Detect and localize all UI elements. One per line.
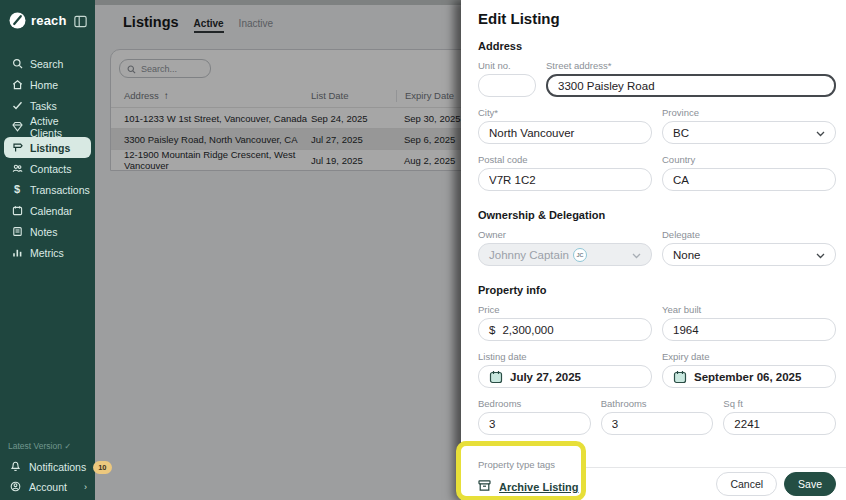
unit-no-input[interactable] — [489, 80, 525, 92]
sign-icon — [11, 142, 23, 154]
postal-code-input[interactable] — [489, 174, 641, 186]
city-field[interactable] — [478, 121, 652, 144]
account-icon — [10, 481, 22, 493]
owner-avatar: JC — [573, 248, 587, 262]
calendar-icon[interactable] — [673, 370, 687, 384]
sidebar: reach Search Home Tasks Active Clients — [0, 0, 95, 500]
bell-icon — [10, 461, 22, 473]
delegate-select[interactable]: None — [662, 243, 836, 266]
account-label: Account — [29, 481, 67, 493]
sidebar-item-label: Metrics — [30, 247, 64, 259]
sidebar-item-label: Active Clients — [30, 115, 89, 139]
home-icon — [11, 79, 23, 91]
province-select[interactable]: BC — [662, 121, 836, 144]
year-built-input[interactable] — [673, 324, 825, 336]
sidebar-item-listings[interactable]: Listings — [4, 137, 91, 158]
delegate-label: Delegate — [662, 229, 836, 240]
sqft-label: Sq ft — [723, 398, 836, 409]
listing-date-label: Listing date — [478, 351, 652, 362]
sidebar-item-home[interactable]: Home — [0, 74, 95, 95]
price-field[interactable]: $ — [478, 318, 652, 341]
city-input[interactable] — [489, 127, 641, 139]
sidebar-item-calendar[interactable]: Calendar — [0, 200, 95, 221]
street-address-input[interactable] — [558, 80, 824, 92]
postal-code-label: Postal code — [478, 154, 652, 165]
app-logo-text: reach — [31, 13, 74, 28]
sidebar-footer: Latest Version ✓ Notifications 10 Accoun… — [0, 441, 95, 497]
owner-label: Owner — [478, 229, 652, 240]
sidebar-item-search[interactable]: Search — [0, 53, 95, 74]
sidebar-item-label: Notes — [30, 226, 57, 238]
calendar-icon — [11, 205, 23, 217]
sidebar-item-label: Listings — [30, 142, 70, 154]
sidebar-item-tasks[interactable]: Tasks — [0, 95, 95, 116]
expiry-date-field[interactable]: September 06, 2025 — [662, 365, 836, 388]
section-heading-ownership: Ownership & Delegation — [478, 209, 836, 221]
gem-icon — [11, 121, 23, 133]
bar-chart-icon — [11, 247, 23, 259]
sidebar-item-label: Tasks — [30, 100, 57, 112]
archive-icon — [478, 478, 491, 496]
drawer-title: Edit Listing — [478, 10, 836, 27]
street-address-label: Street address* — [546, 60, 836, 71]
bedrooms-field[interactable] — [478, 412, 591, 435]
year-built-field[interactable] — [662, 318, 836, 341]
checkmark-icon — [11, 100, 23, 112]
section-heading-property: Property info — [478, 284, 836, 296]
sidebar-collapse-icon[interactable] — [74, 14, 87, 27]
sidebar-item-metrics[interactable]: Metrics — [0, 242, 95, 263]
sidebar-item-label: Transactions — [30, 184, 90, 196]
edit-listing-drawer: Edit Listing Address Unit no. Street add… — [461, 0, 846, 500]
save-button[interactable]: Save — [784, 472, 836, 496]
bedrooms-input[interactable] — [489, 418, 580, 430]
archive-listing-link[interactable]: Archive Listing — [478, 478, 586, 496]
province-label: Province — [662, 107, 836, 118]
dollar-icon: $ — [11, 184, 23, 196]
listing-date-field[interactable]: July 27, 2025 — [478, 365, 652, 388]
bedrooms-label: Bedrooms — [478, 398, 591, 409]
property-type-tags-block: Property type tags Archive Listing — [461, 453, 586, 500]
property-type-tags-label: Property type tags — [478, 459, 586, 470]
sidebar-nav: Search Home Tasks Active Clients Listing… — [0, 53, 95, 263]
notifications-button[interactable]: Notifications 10 — [0, 457, 95, 477]
expiry-date-label: Expiry date — [662, 351, 836, 362]
calendar-icon[interactable] — [489, 370, 503, 384]
currency-symbol: $ — [489, 324, 495, 336]
sidebar-item-label: Home — [30, 79, 58, 91]
chevron-right-icon: › — [84, 482, 87, 492]
search-icon — [11, 58, 23, 70]
year-built-label: Year built — [662, 304, 836, 315]
bathrooms-input[interactable] — [612, 418, 703, 430]
country-input[interactable] — [673, 174, 825, 186]
street-address-field[interactable] — [546, 74, 836, 97]
bathrooms-field[interactable] — [601, 412, 714, 435]
sqft-input[interactable] — [734, 418, 825, 430]
listings-page: Listings Active Inactive Address ↑ List … — [95, 0, 461, 500]
sidebar-item-contacts[interactable]: Contacts — [0, 158, 95, 179]
version-label: Latest Version ✓ — [0, 441, 95, 457]
reach-logo-icon — [9, 12, 26, 29]
sidebar-item-transactions[interactable]: $ Transactions — [0, 179, 95, 200]
unit-no-label: Unit no. — [478, 60, 536, 71]
city-label: City* — [478, 107, 652, 118]
people-icon — [11, 163, 23, 175]
unit-no-field[interactable] — [478, 74, 536, 97]
sidebar-item-label: Search — [30, 58, 63, 70]
sqft-field[interactable] — [723, 412, 836, 435]
postal-code-field[interactable] — [478, 168, 652, 191]
check-icon: ✓ — [64, 441, 71, 451]
bathrooms-label: Bathrooms — [601, 398, 714, 409]
price-input[interactable] — [502, 324, 641, 336]
notifications-badge: 10 — [93, 461, 111, 474]
account-button[interactable]: Account › — [0, 477, 95, 497]
country-label: Country — [662, 154, 836, 165]
sidebar-item-active-clients[interactable]: Active Clients — [0, 116, 95, 137]
note-icon — [11, 226, 23, 238]
sidebar-item-label: Contacts — [30, 163, 71, 175]
chevron-down-icon — [632, 249, 641, 261]
cancel-button[interactable]: Cancel — [716, 472, 777, 496]
section-heading-address: Address — [478, 40, 836, 52]
country-field[interactable] — [662, 168, 836, 191]
sidebar-item-notes[interactable]: Notes — [0, 221, 95, 242]
chevron-down-icon — [816, 249, 825, 261]
